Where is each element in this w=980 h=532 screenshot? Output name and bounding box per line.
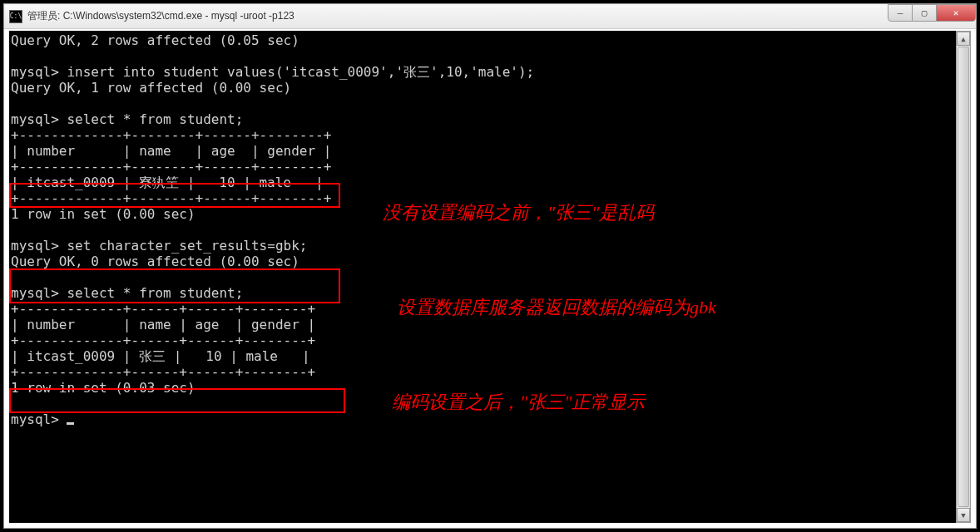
close-button[interactable]: ✕ (936, 4, 976, 22)
maximize-button[interactable]: ▢ (912, 4, 937, 22)
terminal-line: mysql> (11, 411, 67, 427)
outer-frame: C:\ 管理员: C:\Windows\system32\cmd.exe - m… (0, 0, 980, 532)
annotation-after-encoding: 编码设置之后，"张三"正常显示 (392, 390, 645, 415)
titlebar[interactable]: C:\ 管理员: C:\Windows\system32\cmd.exe - m… (4, 4, 976, 29)
terminal-line: +-------------+------+------+--------+ (11, 332, 315, 348)
scroll-thumb[interactable] (958, 47, 969, 507)
terminal-line: +-------------+------+------+--------+ (11, 364, 315, 380)
terminal-line: mysql> set character_set_results=gbk; (11, 238, 307, 254)
terminal-line: | itcast_0009 | 寮犱笁 | 10 | male | (11, 175, 324, 190)
scroll-down-arrow-icon[interactable]: ▼ (957, 508, 970, 522)
terminal-line: 1 row in set (0.00 sec) (11, 206, 196, 222)
terminal-line: mysql> insert into student values('itcas… (11, 64, 534, 80)
cursor (67, 422, 74, 425)
minimize-button[interactable]: — (888, 4, 913, 22)
terminal-line: +-------------+--------+------+--------+ (11, 159, 331, 175)
terminal-line: 1 row in set (0.03 sec) (11, 380, 196, 396)
terminal-line: Query OK, 0 rows affected (0.00 sec) (11, 254, 299, 269)
annotation-before-encoding: 没有设置编码之前，"张三"是乱码 (383, 200, 654, 225)
terminal-output[interactable]: Query OK, 2 rows affected (0.05 sec) mys… (9, 31, 971, 523)
terminal-line: | number | name | age | gender | (11, 317, 315, 332)
terminal-line: mysql> select * from student; (11, 111, 243, 127)
window-controls: — ▢ ✕ (888, 4, 976, 22)
terminal-line: Query OK, 1 row affected (0.00 sec) (11, 80, 291, 96)
terminal-line: mysql> select * from student; (11, 285, 243, 301)
terminal-line: +-------------+------+------+--------+ (11, 301, 315, 317)
terminal-line: | number | name | age | gender | (11, 143, 331, 159)
annotation-set-gbk: 设置数据库服务器返回数据的编码为gbk (397, 295, 716, 320)
terminal-line: +-------------+--------+------+--------+ (11, 190, 331, 206)
terminal-line: +-------------+--------+------+--------+ (11, 127, 331, 143)
cmd-window: C:\ 管理员: C:\Windows\system32\cmd.exe - m… (3, 3, 977, 529)
cmd-icon: C:\ (9, 10, 22, 23)
terminal-line: | itcast_0009 | 张三 | 10 | male | (11, 348, 310, 364)
vertical-scrollbar[interactable]: ▲ ▼ (956, 31, 971, 523)
window-title: 管理员: C:\Windows\system32\cmd.exe - mysql… (27, 9, 294, 23)
terminal-line: Query OK, 2 rows affected (0.05 sec) (11, 32, 299, 48)
scroll-up-arrow-icon[interactable]: ▲ (957, 32, 970, 46)
